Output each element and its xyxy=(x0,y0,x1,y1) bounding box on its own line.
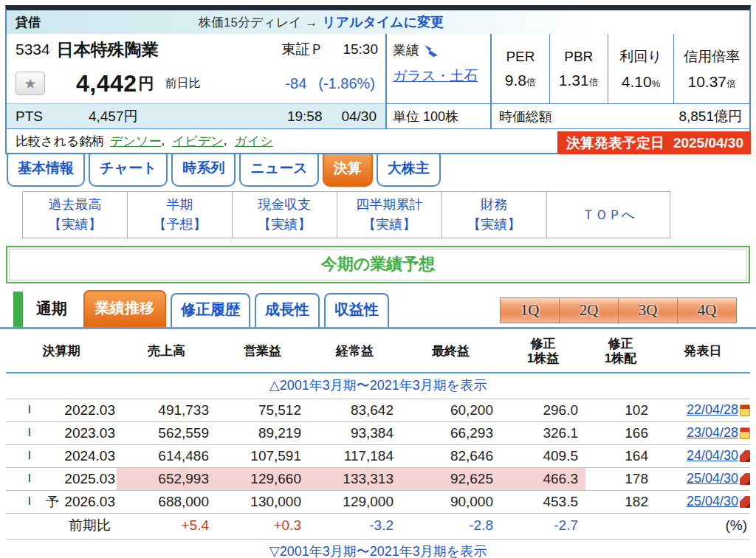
tab-major-shareholders[interactable]: 大株主 xyxy=(377,153,441,187)
announce-date-link[interactable]: 25/04/30 xyxy=(687,471,738,486)
calendar-icon[interactable] xyxy=(740,427,750,439)
green-accent-bar xyxy=(13,292,23,327)
operating-profit-value: 130,000 xyxy=(216,490,309,513)
submenu-quarterly-cumulative[interactable]: 四半期累計【実績】 xyxy=(337,192,441,238)
metrics-panel: PER 9.8倍 PBR 1.31倍 利回り 4.10% 信用倍率 10.37倍… xyxy=(490,34,749,128)
pts-price: 4,457円 xyxy=(89,107,138,126)
announce-date-link[interactable]: 22/04/28 xyxy=(687,402,738,417)
submenu-record-high[interactable]: 過去最高【実績】 xyxy=(23,192,127,238)
col-announce-date: 発表日 xyxy=(656,331,750,373)
yoy-sales: +5.4 xyxy=(117,513,216,539)
favorite-button[interactable]: ★ xyxy=(16,72,45,95)
compare-link[interactable]: ガイシ xyxy=(234,133,272,150)
sales-value: 652,993 xyxy=(117,467,216,490)
net-profit-value: 92,625 xyxy=(401,467,501,490)
sales-value: 688,000 xyxy=(117,490,216,513)
bird-icon[interactable] xyxy=(424,44,439,58)
tab-profitability[interactable]: 収益性 xyxy=(324,293,389,327)
eps-value: 453.5 xyxy=(501,490,585,513)
quarter-2q-button[interactable]: 2Q xyxy=(560,298,618,323)
announce-date-link[interactable]: 24/04/30 xyxy=(687,448,738,463)
table-row: Ｉ2022.03 491,733 75,512 83,642 60,200 29… xyxy=(6,399,750,421)
metric-per: PER 9.8倍 xyxy=(492,34,549,103)
pdf-icon[interactable] xyxy=(740,496,750,508)
tab-news[interactable]: ニュース xyxy=(239,153,318,187)
current-price: 4,442 xyxy=(76,70,137,97)
net-profit-value: 90,000 xyxy=(401,490,501,513)
pdf-icon[interactable] xyxy=(740,473,750,485)
earnings-announce-date: 2025/04/30 xyxy=(673,135,743,151)
dividend-value: 178 xyxy=(585,467,656,490)
submenu-top[interactable]: ＴＯＰへ xyxy=(546,192,670,238)
table-row-current: Ｉ2025.03 652,993 129,660 133,313 92,625 … xyxy=(6,467,750,490)
tab-basic-info[interactable]: 基本情報 xyxy=(7,153,85,187)
dividend-value: 102 xyxy=(585,399,656,421)
col-ordinary-profit: 経常益 xyxy=(309,331,401,373)
pts-time: 19:58 xyxy=(287,108,323,125)
col-net-profit: 最終益 xyxy=(401,331,501,373)
table-row: Ｉ2024.03 614,486 107,591 117,184 82,646 … xyxy=(6,444,750,467)
tab-revision-history[interactable]: 修正履歴 xyxy=(171,293,250,327)
announce-date-link[interactable]: 25/04/30 xyxy=(687,494,738,509)
price-change-percent: (-1.86%) xyxy=(318,75,375,92)
metric-pbr: PBR 1.31倍 xyxy=(549,34,608,103)
submenu-cash-flow[interactable]: 現金収支【実績】 xyxy=(232,192,337,238)
table-header-row: 決算期 売上高 営業益 経常益 最終益 修正1株益 修正1株配 発表日 xyxy=(6,331,750,373)
realtime-switch-link[interactable]: リアルタイムに変更 xyxy=(322,13,444,31)
tab-growth[interactable]: 成長性 xyxy=(255,293,320,327)
tab-performance-trend[interactable]: 業績推移 xyxy=(83,290,166,327)
fiscal-period: 2025.03 xyxy=(64,471,115,487)
net-profit-value: 82,646 xyxy=(401,444,501,467)
col-operating-profit: 営業益 xyxy=(216,331,309,373)
net-profit-value: 60,200 xyxy=(401,399,501,421)
compare-row: 比較される銘柄 デンソー, イビデン, ガイシ 決算発表予定日 2025/04/… xyxy=(7,128,749,153)
pdf-icon[interactable] xyxy=(740,450,750,462)
price-change: -84 xyxy=(285,75,306,92)
section-banner-title: 今期の業績予想 xyxy=(9,249,747,280)
submenu-half-year[interactable]: 半期【予想】 xyxy=(127,192,232,238)
tab-time-series[interactable]: 時系列 xyxy=(171,153,236,187)
sector-link[interactable]: ガラス・土石 xyxy=(393,68,478,83)
tab-earnings[interactable]: 決算 xyxy=(323,153,373,187)
net-profit-value: 66,293 xyxy=(401,421,501,444)
tab-chart[interactable]: チャート xyxy=(89,153,168,187)
quarter-1q-button[interactable]: 1Q xyxy=(501,298,559,323)
eps-value: 409.5 xyxy=(501,444,585,467)
ordinary-profit-value: 129,000 xyxy=(309,490,401,513)
quarter-3q-button[interactable]: 3Q xyxy=(619,298,677,323)
announce-date-link[interactable]: 23/04/28 xyxy=(687,425,738,440)
yoy-ordinary: -3.2 xyxy=(309,513,401,539)
col-adjusted-dividend: 修正1株配 xyxy=(585,331,656,373)
market-label: 東証Ｐ xyxy=(281,40,323,59)
table-row: Ｉ2023.03 562,559 89,219 93,384 66,293 32… xyxy=(6,421,750,444)
market-cap-label: 時価総額 xyxy=(499,108,552,125)
fiscal-period: 2023.03 xyxy=(64,425,115,441)
accounting-standard-marker: Ｉ xyxy=(24,448,35,464)
margin-trading-badge: 貸借 xyxy=(16,14,199,31)
quarter-buttons: 1Q 2Q 3Q 4Q xyxy=(500,297,737,323)
dividend-value: 182 xyxy=(585,490,656,513)
calendar-icon[interactable] xyxy=(740,404,750,416)
trading-unit: 単位 100株 xyxy=(393,108,458,125)
quarter-4q-button[interactable]: 4Q xyxy=(678,298,736,323)
earnings-table: 決算期 売上高 営業益 経常益 最終益 修正1株益 修正1株配 発表日 △200… xyxy=(6,331,750,558)
accounting-standard-marker: Ｉ xyxy=(24,402,35,418)
accounting-standard-marker: Ｉ xyxy=(24,494,35,509)
compare-link[interactable]: イビデン xyxy=(172,133,224,150)
yoy-eps: -2.7 xyxy=(501,513,585,539)
section-banner: 今期の業績予想 xyxy=(6,246,750,283)
performance-label: 業績 xyxy=(393,41,419,59)
main-nav-tabs: 基本情報 チャート 時系列 ニュース 決算 大株主 xyxy=(7,154,756,187)
accounting-standard-marker: Ｉ xyxy=(24,425,35,441)
pts-label: PTS xyxy=(16,108,43,125)
compare-label: 比較される銘柄 xyxy=(16,133,104,150)
operating-profit-value: 107,591 xyxy=(216,444,309,467)
price-unit: 円 xyxy=(139,73,154,94)
market-cap-value: 8,851億円 xyxy=(678,107,742,126)
yoy-operating: +0.3 xyxy=(216,513,309,539)
eps-value: 296.0 xyxy=(501,399,585,421)
submenu-financials[interactable]: 財務【実績】 xyxy=(441,192,546,238)
compare-link[interactable]: デンソー xyxy=(110,133,161,150)
show-older-periods-link-bottom: ▽2001年3月期〜2021年3月期を表示 xyxy=(6,539,750,558)
star-icon: ★ xyxy=(24,75,36,92)
